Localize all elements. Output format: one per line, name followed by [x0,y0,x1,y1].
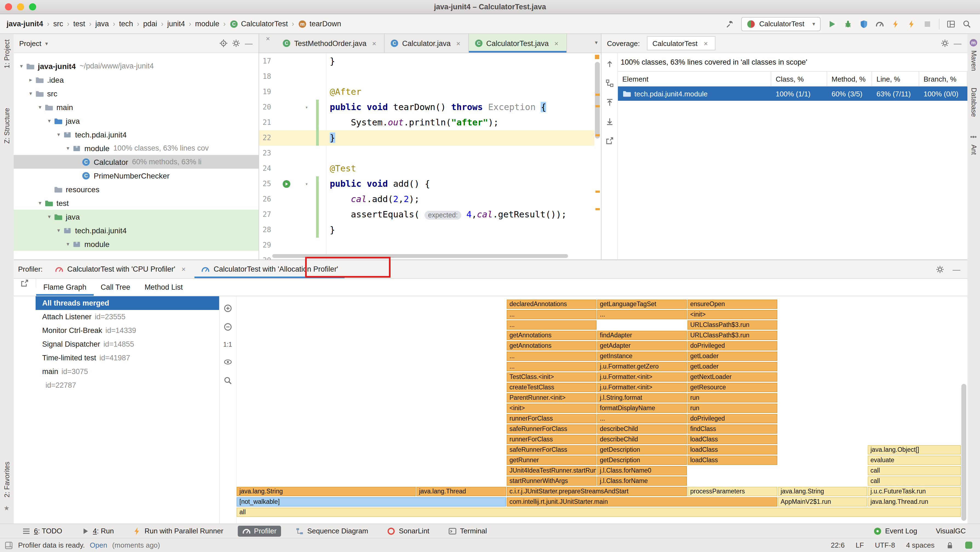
table-row[interactable]: tech.pdai.junit4.module 100% (1/1) 60% (… [618,86,967,101]
flame-cell[interactable]: getAnnotations [507,331,597,340]
toolwindow-button-profiler[interactable]: Profiler [237,525,281,536]
tree-item-resources[interactable]: resources [14,182,259,196]
tree-item-primenumberchecker[interactable]: CPrimeNumberChecker [14,169,259,182]
flame-cell[interactable]: getInstance [597,352,687,361]
flame-cell[interactable]: processParameters [687,487,777,496]
flame-cell[interactable]: ParentRunner.<init> [507,393,597,402]
tree-item-java[interactable]: ▾java [14,210,259,223]
column-element[interactable]: Element [618,72,771,86]
tree-item-module[interactable]: ▾module [14,237,259,251]
chevron-down-icon[interactable]: ▾ [54,131,63,137]
toolwindow-button-4-run[interactable]: 4: Run [76,525,118,536]
chevron-right-icon[interactable]: ▸ [26,77,35,83]
flame-cell[interactable]: run [687,393,777,402]
tab-testmethodorder-java[interactable]: C TestMethodOrder.java × [277,34,385,52]
toolwindow-button-run-with-parallel-runner[interactable]: Run with Parallel Runner [128,525,228,536]
error-stripe-mark[interactable] [595,208,600,210]
export-icon[interactable] [605,136,614,145]
flame-cell[interactable]: j.u.Formatter.<init> [597,372,687,382]
code-line-18[interactable]: 18 [259,69,594,84]
search-icon[interactable] [223,376,232,385]
flame-cell[interactable]: ... [507,352,597,361]
column-branch[interactable]: Branch, % [919,72,967,86]
flame-cell[interactable]: ... [597,310,687,319]
editor-body[interactable]: 17}1819@After20▾public void tearDown() t… [259,53,601,259]
flame-cell[interactable]: loadClass [687,456,777,465]
flame-cell[interactable]: createTestClass [507,383,597,392]
error-stripe-mark[interactable] [595,191,600,193]
fold-icon[interactable]: ▾ [305,177,308,192]
sidebar-item-project[interactable]: 1: Project [3,40,11,68]
flame-cell[interactable]: getDescription [597,456,687,465]
flame-cell[interactable]: java.lang.Thread.run [868,497,961,507]
zoom-reset-button[interactable]: 1:1 [223,341,232,348]
toolwindow-button-sequence-diagram[interactable]: Sequence Diagram [291,525,373,536]
tree-item-java-junit4[interactable]: ▾java-junit4~/pdai/www/java-junit4 [14,59,259,73]
flame-cell[interactable]: java.lang.String [237,487,416,496]
fullscreen-window-button[interactable] [29,3,36,10]
build-icon[interactable] [725,19,734,28]
tree-item-module[interactable]: ▾module100% classes, 63% lines cov [14,141,259,155]
tree-item-tech-pdai-junit4[interactable]: ▾tech.pdai.junit4 [14,223,259,237]
code-line-27[interactable]: 27 assertEquals( expected: 4,cal.getResu… [259,207,594,222]
flame-cell[interactable]: call [868,466,961,475]
tree-item-tech-pdai-junit4[interactable]: ▾tech.pdai.junit4 [14,127,259,141]
flame-cell[interactable]: safeRunnerForClass [507,425,597,434]
thread-item-id-22787[interactable]: id=22787 [36,379,219,392]
tab-coverage-calculatortest[interactable]: CalculatorTest × [647,36,716,50]
star-icon[interactable]: ★ [2,504,11,512]
chevron-down-icon[interactable]: ▾ [45,213,54,220]
parallel-run-icon[interactable] [891,19,900,28]
flame-cell[interactable]: call [868,476,961,486]
toolwindow-button-event-log[interactable]: Event Log [869,525,922,536]
chevron-down-icon[interactable]: ▾ [26,91,35,96]
sidebar-item-favorites[interactable]: 2: Favorites [3,461,11,497]
file-encoding[interactable]: UTF-8 [875,541,895,549]
lock-icon[interactable] [945,541,954,550]
layout-icon[interactable] [947,19,955,28]
locate-icon[interactable] [219,39,228,48]
breadcrumb-calculatortest[interactable]: CCalculatorTest [229,19,288,28]
chevron-down-icon[interactable]: ▾ [64,241,72,247]
flame-cell[interactable]: declaredAnnotations [507,299,597,309]
run-test-icon[interactable] [282,180,291,188]
jump-to-bottom-icon[interactable] [605,117,614,126]
flame-cell[interactable]: URLClassPath$3.run [687,331,777,340]
flame-cell[interactable]: getAnnotations [507,341,597,350]
flame-cell[interactable]: getRunner [507,456,597,465]
flame-cell[interactable]: getAdapter [597,341,687,350]
sidebar-item-database[interactable]: Database [970,87,978,117]
tab-calculator-java[interactable]: C Calculator.java × [385,34,469,52]
column-line[interactable]: Line, % [872,72,919,86]
flame-cell[interactable]: j.l.Class.forName [597,476,687,486]
breadcrumb-pdai[interactable]: pdai [143,20,157,28]
flame-cell[interactable]: describeChild [597,435,687,444]
tree-item-main[interactable]: ▾main [14,100,259,114]
open-in-window-icon[interactable] [14,279,36,288]
flame-cell[interactable]: all [237,507,961,517]
error-stripe-mark[interactable] [595,105,600,107]
toolwindow-quick-access-icon[interactable] [5,541,13,550]
flame-cell[interactable]: java.lang.Thread [416,487,506,496]
flame-cell[interactable]: run [687,404,777,413]
chevron-down-icon[interactable]: ▾ [54,227,63,233]
close-tab-icon[interactable]: × [179,265,188,274]
chevron-down-icon[interactable]: ▾ [17,63,26,69]
breadcrumb-teardown[interactable]: mtearDown [298,19,341,28]
toolwindow-button-sonarlint[interactable]: SonarLint [382,525,434,536]
ant-icon[interactable] [969,132,978,141]
flame-cell[interactable]: runnerForClass [507,435,597,444]
sidebar-item-structure[interactable]: Z: Structure [3,108,11,144]
code-line-23[interactable]: 23 [259,146,594,161]
flame-cell[interactable]: j.l.Class.forName0 [597,466,687,475]
code-line-21[interactable]: 21 System.out.println("after"); [259,115,594,130]
flatten-packages-icon[interactable] [605,79,614,87]
line-separator[interactable]: LF [856,541,864,549]
hide-panel-icon[interactable]: — [953,39,962,48]
code-line-26[interactable]: 26 cal.add(2,2); [259,192,594,207]
minimize-window-button[interactable] [17,3,24,10]
thread-item-main[interactable]: mainid=3075 [36,365,219,379]
flame-cell[interactable]: j.u.Formatter.<init> [597,383,687,392]
sidebar-item-maven[interactable]: Maven [970,50,978,71]
flame-cell[interactable]: j.u.Formatter.getZero [597,362,687,371]
